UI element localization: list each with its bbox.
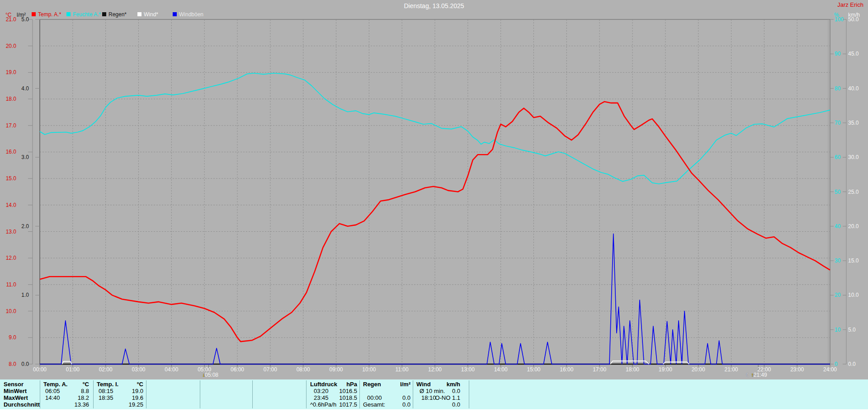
axis-tick-label: 15.0 <box>2 176 16 182</box>
axis-tick-label: 19:00 <box>655 367 676 373</box>
col-temp-i-title: Temp. I. <box>97 381 118 388</box>
axis-tick-label: 10:00 <box>358 367 380 373</box>
axis-tick-label: 70 <box>835 120 840 126</box>
pressure-max: 1018.5 <box>330 395 357 401</box>
axis-tick-label: 3.0 <box>16 154 29 160</box>
table-divider <box>200 380 200 408</box>
temp-i-avg: 19.25 <box>121 402 143 408</box>
weather-chart-window: Dienstag, 13.05.2025 Jarz Erich °C l/m² … <box>0 0 868 412</box>
temp-a-min-time: 06:05 <box>45 388 60 394</box>
axis-tick-label: 23:00 <box>786 367 808 373</box>
temp-i-min: 19.0 <box>121 388 143 394</box>
temp-a-max: 18.2 <box>66 395 89 401</box>
axis-tick-label: 03:00 <box>128 367 150 373</box>
temp-i-max: 19.6 <box>121 395 143 401</box>
axis-tick-label: 0.0 <box>16 361 29 367</box>
axis-tick-label: 21:00 <box>721 367 742 373</box>
axis-tick-label: 30.0 <box>848 154 859 160</box>
axis-tick-label: 30 <box>835 258 840 264</box>
axis-tick-label: 35.0 <box>848 120 859 126</box>
axis-tick-label: 06:00 <box>226 367 248 373</box>
axis-tick-label: 12:00 <box>424 367 446 373</box>
axis-tick-label: 40.0 <box>848 86 859 92</box>
table-row-header: Durchschnitt <box>4 402 40 408</box>
axis-tick-label: 45.0 <box>848 51 859 57</box>
axis-tick-label: 12.0 <box>2 255 16 261</box>
axis-tick-label: 07:00 <box>259 367 281 373</box>
axis-tick-label: 20.0 <box>848 224 859 229</box>
col-rain-title: Regen <box>363 381 381 388</box>
axis-tick-label: 02:00 <box>95 367 117 373</box>
col-temp-a-title: Temp. A. <box>43 381 67 388</box>
axis-tick-label: 18:00 <box>622 367 643 373</box>
temp-i-min-time: 08:15 <box>99 388 113 394</box>
table-divider <box>359 380 360 408</box>
axis-tick-label: 11.0 <box>2 282 16 288</box>
axis-tick-label: 20:00 <box>688 367 709 373</box>
axis-tick-label: 08:00 <box>292 367 314 373</box>
axis-tick-label: 4.0 <box>16 86 29 92</box>
axis-tick-label: 24:00 <box>819 367 841 373</box>
table-row-header: MaxWert <box>4 395 28 401</box>
col-rain-unit: l/m² <box>388 381 410 388</box>
rain-total: 0.0 <box>388 402 410 408</box>
temp-a-min: 8.8 <box>66 388 89 394</box>
col-temp-a-unit: °C <box>66 381 89 388</box>
sunset-marker: ☾↑21:49 <box>746 372 767 378</box>
rain-max: 0.0 <box>388 395 410 401</box>
axis-tick-label: 20.0 <box>2 43 16 49</box>
axis-tick-label: 50.0 <box>848 17 859 23</box>
table-divider <box>146 380 146 408</box>
wind-avg10: 0.0 <box>435 388 460 394</box>
axis-tick-label: 5.0 <box>16 17 29 23</box>
table-row-header: Sensor <box>4 381 24 388</box>
axis-tick-label: 17.0 <box>2 123 16 129</box>
axis-tick-label: 13.0 <box>2 229 16 235</box>
moon-icon: ☾ <box>746 372 751 378</box>
axis-tick-label: 90 <box>835 51 840 57</box>
axis-tick-label: 17:00 <box>589 367 610 373</box>
axis-tick-label: 2.0 <box>16 224 29 229</box>
axis-tick-label: 14:00 <box>490 367 512 373</box>
axis-tick-label: 15:00 <box>523 367 545 373</box>
pressure-min-time: 03:20 <box>314 388 329 394</box>
axis-tick-label: 10.0 <box>2 309 16 314</box>
axis-tick-label: 16.0 <box>2 149 16 155</box>
axis-tick-label: 13:00 <box>457 367 479 373</box>
axis-tick-label: 60 <box>835 154 840 160</box>
axis-tick-label: 18.0 <box>2 96 16 102</box>
axis-tick-label: 10.0 <box>848 292 859 298</box>
axis-tick-label: 21.0 <box>2 17 16 23</box>
axis-tick-label: 40 <box>835 224 840 229</box>
pressure-min: 1016.5 <box>330 388 357 394</box>
temp-a-avg: 13.36 <box>66 402 89 408</box>
table-row-header: MinWert <box>4 388 27 394</box>
axis-tick-label: 04:00 <box>160 367 182 373</box>
axis-tick-label: 14.0 <box>2 202 16 208</box>
axis-tick-label: 1.0 <box>16 292 29 298</box>
axis-tick-label: 15.0 <box>848 258 859 264</box>
sunrise-time: 05:08 <box>205 372 218 378</box>
axis-tick-label: 16:00 <box>556 367 577 373</box>
sunset-time: 21:49 <box>754 372 767 378</box>
col-pressure-unit: hPa <box>330 381 357 388</box>
axis-tick-label: 100 <box>835 17 844 23</box>
axis-tick-label: 19.0 <box>2 70 16 75</box>
rain-max-time: 00:00 <box>367 395 382 401</box>
axis-tick-label: 9.0 <box>2 335 16 341</box>
pressure-avg: 1017.5 <box>330 402 357 408</box>
axis-tick-label: 0.0 <box>848 361 856 367</box>
axis-tick-label: 50 <box>835 189 840 195</box>
axis-tick-label: 25.0 <box>848 189 859 195</box>
col-wind-unit: km/h <box>435 381 460 388</box>
axis-tick-label: 8.0 <box>2 361 16 367</box>
pressure-max-time: 23:45 <box>314 395 329 401</box>
axis-tick-label: 00:00 <box>29 367 51 373</box>
axis-tick-label: 01:00 <box>62 367 84 373</box>
sunrise-marker: ↓05:08 <box>202 372 218 378</box>
axis-tick-label: 20 <box>835 292 840 298</box>
table-divider <box>252 380 253 408</box>
wind-avg: 0.0 <box>435 402 460 408</box>
axis-tick-label: 5.0 <box>848 327 856 333</box>
weather-plot <box>0 0 868 412</box>
